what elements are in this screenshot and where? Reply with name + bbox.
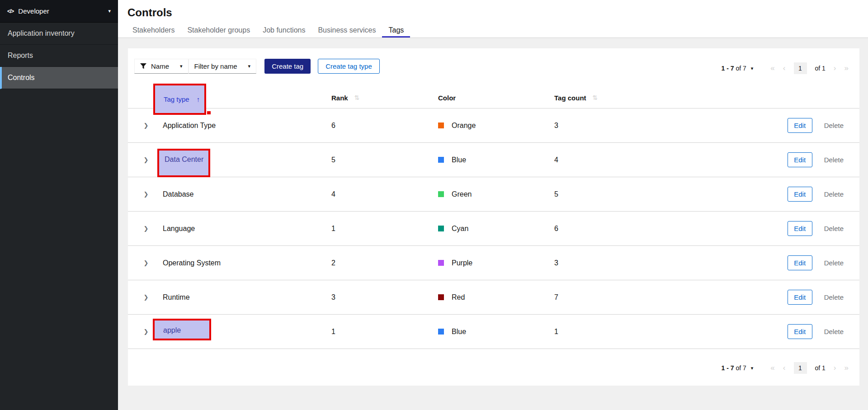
next-page-icon[interactable]: › xyxy=(834,64,836,73)
table-row: ❯ Database 4 Green 5 Edit Delete xyxy=(128,177,859,212)
sort-ascending-icon[interactable]: ↑ xyxy=(197,95,200,103)
column-header-tag-count[interactable]: Tag count ⇅ xyxy=(548,94,652,102)
filter-category-select[interactable]: Name ▾ xyxy=(134,59,189,74)
previous-page-icon[interactable]: ‹ xyxy=(783,363,786,372)
content-gap xyxy=(118,38,868,48)
create-tag-button[interactable]: Create tag xyxy=(264,59,311,74)
edit-button[interactable]: Edit xyxy=(788,221,812,236)
expand-row-icon[interactable]: ❯ xyxy=(128,156,157,163)
last-page-icon[interactable]: » xyxy=(844,64,849,73)
color-name: Red xyxy=(452,293,465,302)
delete-button[interactable]: Delete xyxy=(824,328,844,335)
color-name: Blue xyxy=(452,156,466,164)
edit-button[interactable]: Edit xyxy=(788,118,812,133)
annotation-box-tag-type-header[interactable]: Tag type ↑ xyxy=(153,84,206,115)
column-header-rank[interactable]: Rank ⇅ xyxy=(326,94,432,102)
table-row: ❯ Language 1 Cyan 6 Edit Delete xyxy=(128,212,859,246)
tag-type-cell: Operating System xyxy=(157,259,326,267)
tab-label: Job functions xyxy=(263,26,305,34)
chevron-down-icon: ▾ xyxy=(751,365,754,371)
delete-button[interactable]: Delete xyxy=(824,156,844,164)
delete-button[interactable]: Delete xyxy=(824,122,844,129)
tag-type-cell-label: apple xyxy=(163,326,181,335)
tab-tags[interactable]: Tags xyxy=(382,23,410,38)
toolbar: Name ▾ Filter by name ▾ Create tag Creat… xyxy=(128,48,859,74)
edit-button[interactable]: Edit xyxy=(788,152,812,167)
tab-stakeholder-groups[interactable]: Stakeholder groups xyxy=(181,23,256,38)
edit-button[interactable]: Edit xyxy=(788,187,812,202)
sidebar-item-label: Controls xyxy=(8,74,35,82)
delete-button[interactable]: Delete xyxy=(824,190,844,198)
delete-button[interactable]: Delete xyxy=(824,293,844,301)
sidebar-item-application-inventory[interactable]: Application inventory xyxy=(0,23,118,45)
next-page-icon[interactable]: › xyxy=(834,363,836,372)
color-swatch xyxy=(438,329,444,335)
edit-button[interactable]: Edit xyxy=(788,255,812,270)
color-name: Cyan xyxy=(452,225,468,233)
filter-by-name-select[interactable]: Filter by name ▾ xyxy=(189,59,257,74)
perspective-selector[interactable]: </> Developer ▾ xyxy=(0,0,118,23)
tab-job-functions[interactable]: Job functions xyxy=(256,23,311,38)
color-cell: Blue xyxy=(432,328,548,336)
tab-business-services[interactable]: Business services xyxy=(311,23,382,38)
edit-button[interactable]: Edit xyxy=(788,324,812,339)
sort-icon[interactable]: ⇅ xyxy=(354,94,360,101)
tag-type-cell: Application Type xyxy=(157,122,326,130)
pagination-range-total: of 7 xyxy=(736,364,746,372)
first-page-icon[interactable]: « xyxy=(770,64,774,73)
color-cell: Red xyxy=(432,293,548,302)
delete-button[interactable]: Delete xyxy=(824,259,844,267)
delete-button[interactable]: Delete xyxy=(824,225,844,232)
expand-row-icon[interactable]: ❯ xyxy=(128,294,157,301)
chevron-down-icon: ▾ xyxy=(180,63,183,69)
perspective-label: Developer xyxy=(18,7,49,15)
last-page-icon[interactable]: » xyxy=(844,363,849,372)
tag-type-cell: Runtime xyxy=(157,293,326,302)
column-label: Tag type xyxy=(164,95,189,103)
table-row: ❯ Operating System 2 Purple 3 Edit Delet… xyxy=(128,246,859,280)
color-swatch xyxy=(438,294,444,300)
color-cell: Cyan xyxy=(432,225,548,233)
tag-count-cell: 6 xyxy=(548,225,652,233)
current-page-input[interactable]: 1 xyxy=(794,62,807,74)
pagination-range[interactable]: 1 - 7 of 7 xyxy=(722,364,746,372)
page-header: Controls Stakeholders Stakeholder groups… xyxy=(118,0,868,38)
color-swatch xyxy=(438,123,444,128)
create-tag-type-button[interactable]: Create tag type xyxy=(318,59,380,74)
column-header-color: Color xyxy=(432,94,548,102)
expand-row-icon[interactable]: ❯ xyxy=(128,122,157,129)
pagination-bottom: 1 - 7 of 7 ▾ « ‹ 1 of 1 › » xyxy=(722,362,849,374)
table-row: ❯ 5 Blue 4 Edit Delete xyxy=(128,143,859,177)
current-page-input[interactable]: 1 xyxy=(794,362,807,374)
color-swatch xyxy=(438,191,444,197)
annotation-box-data-center-cell[interactable]: Data Center xyxy=(157,149,210,177)
pagination-top: 1 - 7 of 7 ▾ « ‹ 1 of 1 › » xyxy=(722,62,849,74)
pagination-range[interactable]: 1 - 7 of 7 xyxy=(722,65,746,72)
edit-button[interactable]: Edit xyxy=(788,290,812,305)
column-label: Color xyxy=(438,94,456,102)
tag-type-cell-label: Data Center xyxy=(165,156,203,164)
tab-stakeholders[interactable]: Stakeholders xyxy=(126,23,181,38)
table-header: Rank ⇅ Color Tag count ⇅ xyxy=(128,87,859,108)
sort-icon[interactable]: ⇅ xyxy=(593,94,598,101)
annotation-box-apple-cell[interactable]: apple xyxy=(153,319,211,340)
table-footer: 1 - 7 of 7 ▾ « ‹ 1 of 1 › » xyxy=(128,349,859,387)
rank-cell: 4 xyxy=(326,190,432,198)
expand-row-icon[interactable]: ❯ xyxy=(128,259,157,266)
color-swatch xyxy=(438,157,444,163)
color-name: Orange xyxy=(452,122,476,130)
tab-label: Tags xyxy=(388,26,404,34)
color-cell: Purple xyxy=(432,259,548,267)
expand-row-icon[interactable]: ❯ xyxy=(128,191,157,198)
tab-label: Stakeholders xyxy=(132,26,175,34)
sidebar-item-reports[interactable]: Reports xyxy=(0,45,118,67)
sidebar-item-label: Application inventory xyxy=(8,29,75,38)
previous-page-icon[interactable]: ‹ xyxy=(783,64,786,73)
first-page-icon[interactable]: « xyxy=(770,363,774,372)
chevron-down-icon: ▾ xyxy=(751,66,754,71)
filter-category-value: Name xyxy=(151,62,169,70)
sidebar-item-controls[interactable]: Controls xyxy=(0,67,118,89)
expand-row-icon[interactable]: ❯ xyxy=(128,225,157,232)
annotation-dot xyxy=(207,111,211,114)
filter-icon xyxy=(140,63,146,69)
